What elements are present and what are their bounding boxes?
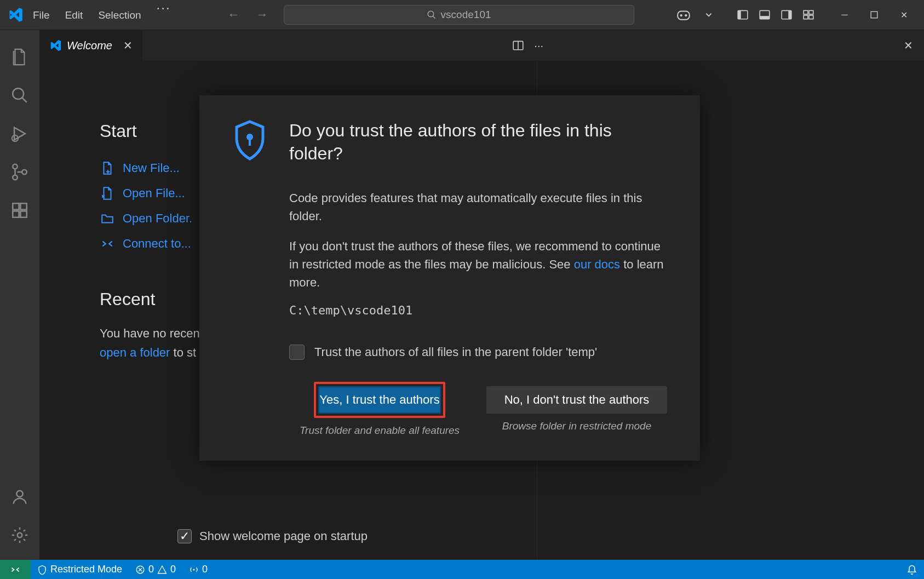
layout-panel-icon[interactable] (754, 5, 775, 24)
svg-point-0 (428, 11, 434, 17)
menu-edit[interactable]: Edit (58, 0, 91, 30)
svg-point-3 (680, 14, 682, 16)
svg-rect-14 (809, 15, 813, 19)
svg-rect-31 (249, 139, 251, 146)
activity-bar (0, 30, 39, 560)
vscode-icon (49, 39, 61, 51)
activity-explorer-icon[interactable] (1, 38, 39, 76)
command-center[interactable]: vscode101 (284, 5, 634, 25)
dialog-paragraph-2: If you don't trust the authors of these … (289, 237, 667, 291)
svg-rect-23 (13, 211, 19, 217)
status-notifications-icon[interactable] (900, 560, 924, 579)
more-actions-icon[interactable]: ··· (534, 39, 543, 52)
tab-label: Welcome (67, 39, 112, 52)
layout-sidebar-left-icon[interactable] (732, 5, 753, 24)
svg-point-19 (13, 164, 18, 169)
our-docs-link[interactable]: our docs (574, 257, 620, 271)
status-bar: Restricted Mode 0 0 0 (0, 560, 924, 579)
svg-line-1 (433, 16, 435, 19)
split-editor-icon[interactable] (512, 39, 524, 51)
dialog-paragraph-1: Code provides features that may automati… (289, 189, 667, 225)
trust-no-subtext: Browse folder in restricted mode (502, 420, 651, 432)
svg-point-21 (22, 170, 27, 175)
command-center-text: vscode101 (441, 9, 491, 21)
status-restricted-mode[interactable]: Restricted Mode (31, 560, 129, 579)
status-problems[interactable]: 0 0 (129, 560, 182, 579)
open-file-icon (100, 186, 115, 200)
menu-overflow-icon[interactable]: ··· (149, 0, 179, 30)
svg-rect-24 (20, 211, 26, 217)
svg-point-20 (13, 175, 18, 180)
vscode-logo-icon (5, 7, 25, 22)
annotation-highlight: Yes, I trust the authors (314, 382, 445, 418)
svg-rect-22 (13, 203, 19, 209)
warning-icon (157, 565, 167, 575)
shield-small-icon (37, 565, 47, 575)
error-icon (135, 565, 145, 575)
trust-yes-button[interactable]: Yes, I trust the authors (318, 386, 440, 414)
status-remote-icon[interactable] (0, 560, 31, 579)
svg-rect-2 (678, 12, 690, 20)
dialog-title: Do you trust the authors of the files in… (289, 119, 667, 165)
svg-rect-13 (804, 15, 808, 19)
svg-rect-11 (804, 10, 808, 14)
svg-point-16 (13, 88, 24, 99)
checkbox-checked-icon: ✓ (177, 529, 192, 543)
svg-point-4 (685, 14, 687, 16)
activity-search-icon[interactable] (1, 76, 39, 114)
layout-customize-icon[interactable] (798, 5, 819, 24)
activity-accounts-icon[interactable] (1, 478, 39, 516)
workspace-trust-dialog: Do you trust the authors of the files in… (199, 95, 700, 461)
new-file-icon (100, 161, 115, 175)
editor-close-icon[interactable]: ✕ (904, 39, 913, 52)
copilot-icon[interactable] (671, 5, 696, 24)
svg-line-17 (22, 98, 27, 102)
chevron-down-icon[interactable] (699, 8, 718, 22)
nav-forward-icon[interactable]: → (251, 8, 274, 22)
layout-sidebar-right-icon[interactable] (776, 5, 797, 24)
activity-source-control-icon[interactable] (1, 153, 39, 191)
svg-rect-10 (788, 10, 791, 19)
activity-settings-icon[interactable] (1, 516, 39, 554)
shield-icon (232, 119, 267, 161)
activity-extensions-icon[interactable] (1, 191, 39, 230)
trust-parent-checkbox-row[interactable]: Trust the authors of all files in the pa… (289, 345, 667, 360)
svg-rect-12 (809, 10, 813, 14)
svg-rect-8 (760, 16, 770, 19)
search-icon (427, 10, 437, 20)
menu-bar: File Edit Selection ··· (25, 0, 179, 30)
show-on-startup-checkbox[interactable]: ✓ Show welcome page on startup (177, 529, 368, 543)
menu-selection[interactable]: Selection (90, 0, 148, 30)
activity-debug-icon[interactable] (1, 114, 39, 153)
svg-rect-25 (20, 203, 26, 209)
svg-point-33 (193, 569, 195, 570)
svg-point-27 (18, 533, 22, 538)
nav-back-icon[interactable]: ← (222, 8, 245, 22)
svg-rect-15 (871, 12, 877, 18)
tab-close-icon[interactable]: ✕ (123, 39, 133, 52)
tab-welcome[interactable]: Welcome ✕ (39, 30, 143, 61)
remote-icon (100, 237, 115, 251)
trust-yes-subtext: Trust folder and enable all features (300, 425, 460, 437)
window-minimize-icon[interactable]: ─ (830, 4, 859, 26)
tabs-bar: Welcome ✕ ··· ✕ (39, 30, 924, 61)
broadcast-icon (189, 565, 199, 575)
folder-icon (100, 211, 115, 226)
svg-point-26 (16, 491, 22, 497)
status-ports[interactable]: 0 (182, 560, 214, 579)
dialog-folder-path: C:\temp\vscode101 (289, 303, 667, 317)
menu-file[interactable]: File (25, 0, 58, 30)
open-folder-link[interactable]: open a folder (100, 346, 170, 359)
svg-rect-6 (738, 10, 741, 19)
title-bar: File Edit Selection ··· ← → vscode101 ─ … (0, 0, 924, 30)
window-maximize-icon[interactable] (859, 4, 889, 26)
window-close-icon[interactable]: ✕ (889, 4, 919, 26)
trust-no-button[interactable]: No, I don't trust the authors (486, 386, 667, 414)
checkbox-unchecked-icon (289, 345, 305, 360)
